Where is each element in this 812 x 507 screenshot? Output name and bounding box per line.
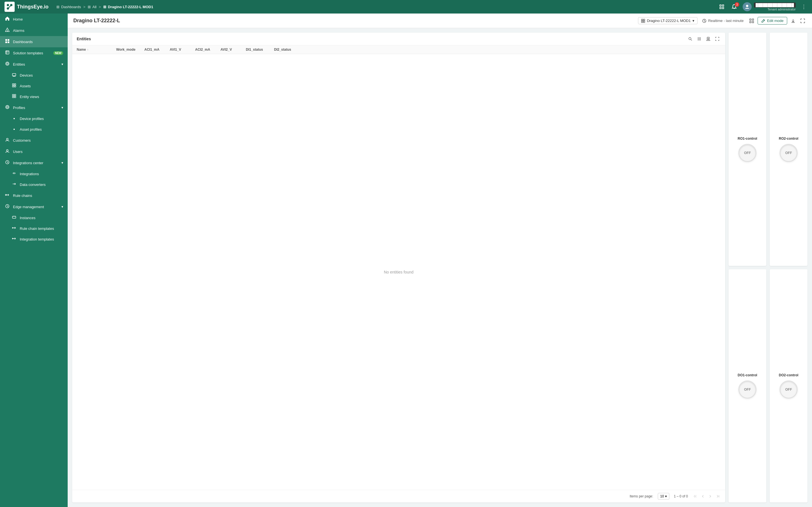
pagination-buttons (693, 494, 721, 499)
pagination-prev-button[interactable] (700, 494, 706, 499)
sidebar-item-asset-profiles[interactable]: ▪ Asset profiles (0, 124, 68, 135)
sidebar-item-edge-management[interactable]: Edge management ▾ (0, 201, 68, 212)
entities-icon (4, 61, 10, 67)
sidebar-item-users[interactable]: Users (0, 146, 68, 157)
notifications-button[interactable]: 3 (730, 3, 738, 11)
edit-mode-button[interactable]: Edit mode (758, 17, 787, 24)
breadcrumb-all[interactable]: ⊞ All (88, 5, 96, 9)
controls-panel: RO1-control OFF RO2-control OFF DO1-cont… (728, 33, 808, 503)
edge-management-expand-icon: ▾ (61, 205, 63, 209)
svg-rect-48 (750, 19, 751, 20)
dashboard-instance-label: Dragino LT-22222-L MOD1 (647, 18, 691, 23)
sidebar-item-integrations-center[interactable]: Integrations center ▾ (0, 157, 68, 168)
breadcrumb-dashboards[interactable]: ⊞ Dashboards (56, 5, 81, 9)
sidebar-item-instances[interactable]: Instances (0, 212, 68, 223)
per-page-value: 10 (660, 494, 664, 498)
col-avi1-label: AVI1_V (170, 48, 181, 52)
svg-rect-46 (644, 21, 645, 22)
notification-badge: 3 (735, 2, 739, 7)
sidebar-item-home[interactable]: Home (0, 13, 68, 25)
pagination-next-button[interactable] (707, 494, 713, 499)
fullscreen-button[interactable] (718, 3, 726, 11)
sidebar-item-profiles[interactable]: Profiles ▾ (0, 102, 68, 113)
ro1-toggle-switch[interactable]: OFF (739, 144, 756, 162)
sidebar-item-instances-label: Instances (20, 216, 63, 220)
dashboards-icon (4, 39, 10, 45)
sidebar-item-rule-chain-templates[interactable]: Rule chain templates (0, 223, 68, 234)
logo[interactable]: ThingsEye.io (4, 2, 49, 12)
edge-management-icon (4, 204, 10, 210)
logo-text: ThingsEye.io (17, 4, 49, 10)
sidebar-item-alarms[interactable]: Alarms (0, 25, 68, 36)
dashboard-instance-selector[interactable]: Dragino LT-22222-L MOD1 ▾ (638, 17, 697, 24)
solution-templates-badge: NEW (53, 51, 63, 55)
col-work-mode-label: Work_mode (116, 48, 135, 52)
pagination-first-button[interactable] (693, 494, 699, 499)
sidebar-item-entity-views[interactable]: Entity views (0, 91, 68, 102)
sidebar-item-data-converters[interactable]: Data converters (0, 179, 68, 190)
pagination-last-button[interactable] (714, 494, 721, 499)
breadcrumb: ⊞ Dashboards > ⊞ All > ⊞ Dragino LT-2222… (56, 5, 714, 9)
dashboard-time-label: Realtime - last minute (708, 18, 744, 23)
main-content: Dragino LT-22222-L Dragino LT-22222-L MO… (68, 13, 812, 507)
col-aci2: ACI2_mA (195, 48, 220, 52)
pagination-range: 1 – 0 of 0 (674, 494, 688, 498)
sidebar-item-rule-chains[interactable]: Rule chains (0, 190, 68, 201)
widget-columns-button[interactable] (696, 36, 703, 42)
col-di1: DI1_status (246, 48, 274, 52)
svg-point-34 (6, 150, 8, 151)
breadcrumb-dashboards-label: Dashboards (61, 5, 81, 9)
empty-message: No entities found (384, 270, 413, 274)
breadcrumb-current-label: Dragino LT-22222-L MOD1 (108, 5, 153, 9)
sidebar-item-assets-label: Assets (20, 84, 63, 88)
widget-title: Entities (77, 37, 684, 41)
entity-views-icon (11, 94, 17, 99)
sidebar-item-profiles-label: Profiles (13, 106, 59, 110)
sort-asc-icon: ↑ (87, 48, 89, 51)
col-avi1: AVI1_V (170, 48, 195, 52)
sidebar-item-home-label: Home (13, 17, 63, 21)
sidebar-item-integrations-center-label: Integrations center (13, 161, 59, 165)
widget-table-header: Name ↑ Work_mode ACI1_mA AVI1_V ACI2_mA (72, 45, 725, 54)
ro2-toggle-switch[interactable]: OFF (779, 144, 798, 162)
per-page-label: Items per page: (629, 494, 653, 498)
rule-chain-templates-icon (11, 226, 17, 231)
more-menu-button[interactable]: ⋮ (800, 3, 808, 11)
do2-toggle-switch[interactable]: OFF (779, 381, 798, 399)
dashboard-expand-button[interactable] (748, 17, 755, 24)
user-menu[interactable]: ████████████████ Tenant administrator (743, 2, 796, 11)
sidebar-item-devices[interactable]: Devices (0, 70, 68, 80)
dashboard-fullscreen-button[interactable] (799, 17, 806, 24)
device-profiles-icon: ▪ (11, 116, 17, 121)
sidebar-item-device-profiles[interactable]: ▪ Device profiles (0, 113, 68, 124)
integration-templates-icon (11, 237, 17, 242)
breadcrumb-current[interactable]: ⊞ Dragino LT-22222-L MOD1 (103, 5, 153, 9)
widget-export-button[interactable] (705, 36, 712, 42)
dashboard-download-button[interactable] (790, 17, 797, 24)
sidebar-item-solution-templates[interactable]: Solution templates NEW (0, 47, 68, 59)
widget-fullscreen-button[interactable] (714, 36, 721, 42)
breadcrumb-current-icon: ⊞ (103, 5, 106, 9)
dashboard-time: Realtime - last minute (702, 18, 744, 23)
rule-chains-icon (4, 193, 10, 198)
col-di1-label: DI1_status (246, 48, 263, 52)
sidebar-item-integration-templates[interactable]: Integration templates (0, 234, 68, 244)
svg-rect-45 (642, 21, 643, 22)
ro2-control-card: RO2-control OFF (770, 33, 808, 266)
do1-toggle-switch[interactable]: OFF (739, 381, 756, 399)
ro2-toggle-state: OFF (785, 151, 792, 155)
sidebar-item-assets[interactable]: Assets (0, 80, 68, 91)
svg-rect-14 (6, 51, 9, 54)
breadcrumb-all-icon: ⊞ (88, 5, 91, 9)
per-page-select[interactable]: 10 ▾ (658, 493, 669, 500)
integrations-icon (11, 171, 17, 176)
svg-point-32 (6, 106, 8, 108)
svg-point-17 (6, 62, 9, 65)
sidebar-item-integrations[interactable]: Integrations (0, 168, 68, 179)
sidebar-item-dashboards[interactable]: Dashboards (0, 36, 68, 47)
sidebar-item-customers[interactable]: Customers (0, 135, 68, 146)
widget-search-button[interactable] (687, 36, 694, 42)
sidebar-item-devices-label: Devices (20, 73, 63, 77)
sidebar-item-entities[interactable]: Entities ▾ (0, 59, 68, 70)
users-icon (4, 149, 10, 154)
